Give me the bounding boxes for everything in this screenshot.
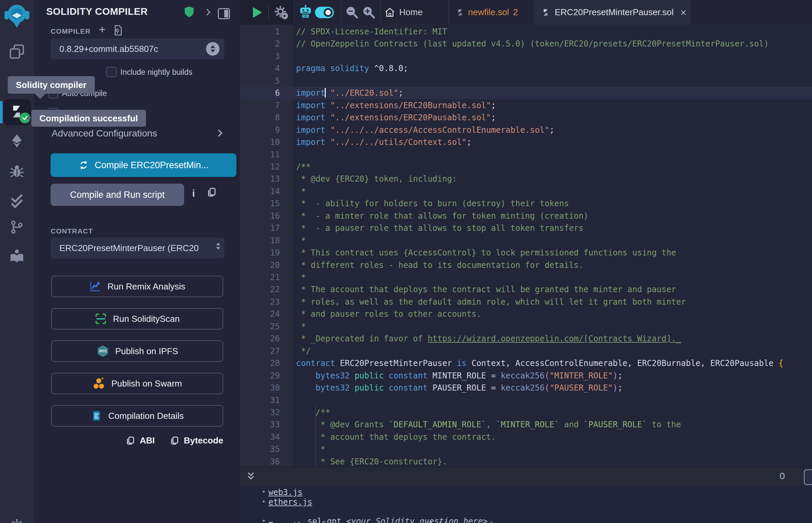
terminal-search-input[interactable] xyxy=(804,469,812,485)
code-line: 7import "../extensions/ERC20Burnable.sol… xyxy=(240,100,812,112)
pin-panel-icon[interactable] xyxy=(218,8,230,19)
close-tab-icon[interactable]: × xyxy=(681,7,687,18)
compile-and-run-label: Compile and Run script xyxy=(70,190,165,200)
play-icon[interactable] xyxy=(253,7,262,18)
code-line: 3 xyxy=(240,50,812,63)
line-number: 5 xyxy=(240,75,280,87)
remix-logo-icon xyxy=(4,3,30,29)
line-number: 24 xyxy=(240,308,280,321)
line-number: 25 xyxy=(240,321,280,333)
copy-bytecode-icon[interactable] xyxy=(170,436,179,446)
svg-text:IPFS: IPFS xyxy=(99,349,107,353)
code-line: 11 xyxy=(240,149,812,161)
code-line: 21 * xyxy=(240,271,812,284)
code-line: 10import "../../../utils/Context.sol"; xyxy=(240,136,812,149)
sidebar-item-debugger[interactable] xyxy=(0,164,34,179)
sidebar-item-deploy-run[interactable] xyxy=(0,133,34,148)
code-lines[interactable]: 1// SPDX-License-Identifier: MIT2// Open… xyxy=(240,24,812,467)
sidebar-item-learneth[interactable] xyxy=(0,249,34,264)
code-line: 25 * xyxy=(240,321,812,333)
compile-button-label: Compile ERC20PresetMin... xyxy=(95,160,209,170)
ai-copilot-toggle[interactable] xyxy=(315,7,334,18)
learn-book-icon xyxy=(9,249,24,264)
info-icon[interactable]: i xyxy=(192,188,195,199)
line-number: 32 xyxy=(240,407,280,419)
scan-icon xyxy=(95,313,107,325)
line-number: 7 xyxy=(240,100,280,112)
publish-swarm-label: Publish on Swarm xyxy=(111,378,182,389)
publish-ipfs-button[interactable]: IPFS Publish on IPFS xyxy=(51,340,223,362)
line-number: 10 xyxy=(240,136,280,149)
tooltip-compilation-successful: Compilation successful xyxy=(31,110,146,127)
bug-icon xyxy=(10,164,24,179)
line-number: 14 xyxy=(240,185,280,198)
chevron-right-icon[interactable] xyxy=(204,8,212,16)
sidebar-item-static-analysis[interactable] xyxy=(0,194,34,208)
line-number: 35 xyxy=(240,443,280,456)
run-remix-analysis-button[interactable]: Run Remix Analysis xyxy=(51,276,223,297)
copy-abi-icon[interactable] xyxy=(125,436,135,446)
shield-icon[interactable] xyxy=(184,6,194,18)
deploy-run-icon xyxy=(10,133,24,148)
remix-logo[interactable] xyxy=(0,3,34,29)
tab-active-label: ERC20PresetMinterPauser.sol xyxy=(555,7,674,18)
run-solidityscan-button[interactable]: Run SolidityScan xyxy=(51,308,223,329)
zoom-in-icon[interactable] xyxy=(362,6,376,19)
listen-count-badge: 0 xyxy=(780,471,785,482)
code-line: 14 * xyxy=(240,185,812,198)
abi-button[interactable]: ABI xyxy=(140,435,155,446)
open-file-badge-icon[interactable] xyxy=(113,25,123,36)
git-branch-icon xyxy=(10,220,24,235)
code-line: 6import "../ERC20.sol"; xyxy=(240,87,812,100)
bytecode-button[interactable]: Bytecode xyxy=(184,435,223,446)
line-number: 6 xyxy=(240,87,280,100)
compilation-details-label: Compilation Details xyxy=(108,411,184,421)
advanced-configurations[interactable]: Advanced Configurations xyxy=(52,128,157,139)
line-number: 8 xyxy=(240,111,280,124)
sidebar-item-file-explorer[interactable] xyxy=(0,44,34,59)
code-line: 35 * xyxy=(240,443,812,456)
zoom-out-icon[interactable] xyxy=(345,6,359,19)
code-line: 5 xyxy=(240,75,812,87)
compile-and-run-button[interactable]: Compile and Run script xyxy=(51,184,184,206)
code-line: 32 /** xyxy=(240,407,812,419)
contract-select[interactable]: ERC20PresetMinterPauser (ERC20 xyxy=(51,238,224,258)
code-line: 26 * _Deprecated in favor of https://wiz… xyxy=(240,332,812,345)
contract-section-label: CONTRACT xyxy=(51,227,93,235)
code-line: 16 * - a minter role that allows for tok… xyxy=(240,210,812,222)
refresh-icon xyxy=(78,160,89,170)
terminal-bar: 0 xyxy=(240,467,812,487)
select-arrows-icon xyxy=(216,242,220,250)
tab-erc20presetminterpauser[interactable]: ERC20PresetMinterPauser.sol × xyxy=(534,0,690,24)
run-settings-gear-icon[interactable] xyxy=(274,5,289,20)
bullet-icon: • xyxy=(262,488,266,496)
advanced-chevron-icon[interactable] xyxy=(216,129,225,138)
code-line: 13 * @dev {ERC20} token, including: xyxy=(240,173,812,185)
terminal-footer: Type the library name to see available c… xyxy=(268,521,502,523)
code-line: 20 * different roles - head to its docum… xyxy=(240,259,812,272)
publish-swarm-button[interactable]: Publish on Swarm xyxy=(51,373,223,394)
details-document-icon xyxy=(91,410,102,421)
compilation-details-button[interactable]: Compilation Details xyxy=(51,405,223,427)
code-line: 23 * roles, as well as the default admin… xyxy=(240,296,812,308)
nightly-builds-checkbox[interactable] xyxy=(106,67,117,77)
line-number: 22 xyxy=(240,283,280,296)
terminal-list-item: •ethers.js xyxy=(268,498,312,507)
tab-home[interactable]: Home xyxy=(381,0,453,24)
compiler-section-label: COMPILER xyxy=(51,27,91,35)
compile-button[interactable]: Compile ERC20PresetMin... xyxy=(51,153,236,177)
tooltip-solidity-compiler: Solidity compiler xyxy=(8,76,95,94)
ai-robot-icon[interactable] xyxy=(298,5,313,20)
tab-newfile[interactable]: newfile.sol 2 xyxy=(448,0,541,24)
line-number: 31 xyxy=(240,394,280,407)
sidebar-item-git[interactable] xyxy=(0,220,34,235)
terminal-link[interactable]: web3.js xyxy=(268,488,302,497)
settings-gear-icon[interactable] xyxy=(0,518,34,523)
terminal-link[interactable]: ethers.js xyxy=(268,498,312,507)
copy-script-icon[interactable] xyxy=(206,187,216,197)
panel-title: SOLIDITY COMPILER xyxy=(46,6,148,17)
compiler-version-select[interactable]: 0.8.29+commit.ab55807c xyxy=(51,38,224,59)
gear-icon xyxy=(10,518,24,523)
add-compiler-icon[interactable]: + xyxy=(99,23,106,36)
double-chevron-down-icon[interactable] xyxy=(246,471,256,482)
